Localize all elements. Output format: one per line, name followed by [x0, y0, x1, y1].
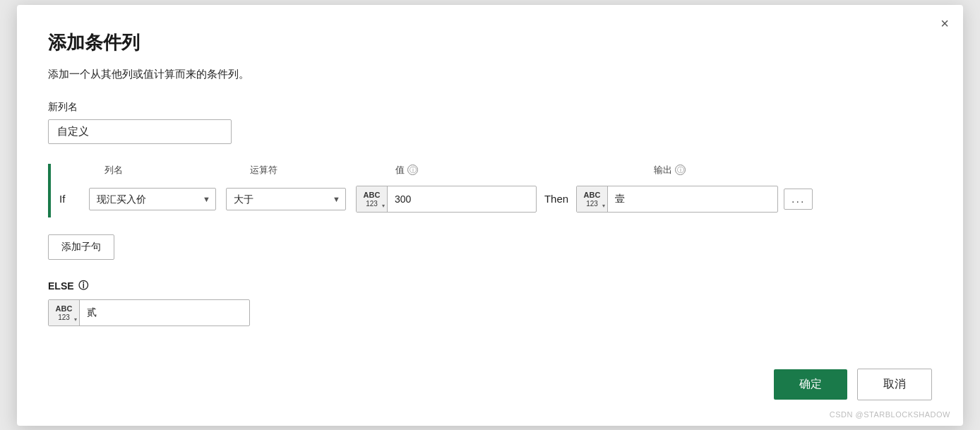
output-type-badge[interactable]: ABC 123 ▾ [577, 186, 608, 212]
output-input[interactable] [608, 189, 777, 210]
output-type-wrap: ABC 123 ▾ [576, 186, 778, 213]
else-type-value-wrap: ABC 123 ▾ [48, 299, 250, 326]
value-input[interactable] [388, 189, 536, 210]
output-type-abc: ABC [584, 191, 601, 199]
else-type-num: 123 [58, 313, 70, 321]
else-type-chevron-icon: ▾ [74, 316, 77, 323]
close-button[interactable]: × [940, 16, 949, 30]
else-info-icon: ⓘ [78, 280, 88, 292]
value-type-wrap: ABC 123 ▾ [356, 186, 537, 213]
column-name-select-wrap: 现汇买入价 ▼ [89, 188, 216, 210]
header-column-name: 列名 [104, 164, 239, 177]
header-then-spacer [614, 164, 654, 177]
output-type-chevron-icon: ▾ [602, 203, 605, 209]
new-column-input[interactable] [48, 119, 232, 144]
new-column-label: 新列名 [48, 101, 932, 114]
output-type-num: 123 [586, 200, 598, 208]
output-wrap: ABC 123 ▾ ... [576, 186, 932, 213]
else-label: ELSE ⓘ [48, 280, 932, 292]
output-info-icon: ⓘ [675, 165, 686, 175]
header-output: 输出 ⓘ [654, 164, 887, 177]
operator-select-wrap: 大于 ▼ [226, 188, 346, 210]
confirm-button[interactable]: 确定 [774, 369, 847, 400]
add-clause-button[interactable]: 添加子句 [48, 234, 114, 260]
else-type-abc: ABC [56, 304, 73, 313]
column-name-select[interactable]: 现汇买入价 [89, 188, 216, 210]
cancel-button[interactable]: 取消 [857, 369, 932, 400]
else-type-badge[interactable]: ABC 123 ▾ [49, 300, 80, 326]
condition-headers: 列名 运算符 值 ⓘ 输出 ⓘ [51, 164, 932, 177]
value-type-num: 123 [366, 200, 378, 208]
operator-select[interactable]: 大于 [226, 188, 346, 210]
value-type-chevron-icon: ▾ [382, 203, 385, 209]
condition-row: If 现汇买入价 ▼ 大于 ▼ ABC 123 ▾ [51, 181, 932, 217]
else-section: ELSE ⓘ ABC 123 ▾ [48, 280, 932, 326]
else-row: ABC 123 ▾ [48, 299, 932, 326]
header-value: 值 ⓘ [395, 164, 614, 177]
else-value-input[interactable] [80, 302, 249, 323]
dialog-description: 添加一个从其他列或值计算而来的条件列。 [48, 68, 932, 81]
watermark: CSDN @STARBLOCKSHADOW [830, 410, 950, 419]
if-label: If [51, 193, 79, 205]
value-info-icon: ⓘ [407, 165, 418, 175]
dialog-footer: 确定 取消 [48, 369, 932, 400]
header-operator: 运算符 [250, 164, 384, 177]
value-type-abc: ABC [364, 191, 381, 199]
value-type-badge[interactable]: ABC 123 ▾ [357, 186, 388, 212]
add-condition-column-dialog: × 添加条件列 添加一个从其他列或值计算而来的条件列。 新列名 列名 运算符 值… [17, 5, 963, 426]
condition-section: 列名 运算符 值 ⓘ 输出 ⓘ If 现汇买入价 ▼ [48, 164, 932, 217]
then-label: Then [537, 193, 576, 205]
more-options-button[interactable]: ... [784, 189, 813, 210]
dialog-title: 添加条件列 [48, 30, 932, 55]
